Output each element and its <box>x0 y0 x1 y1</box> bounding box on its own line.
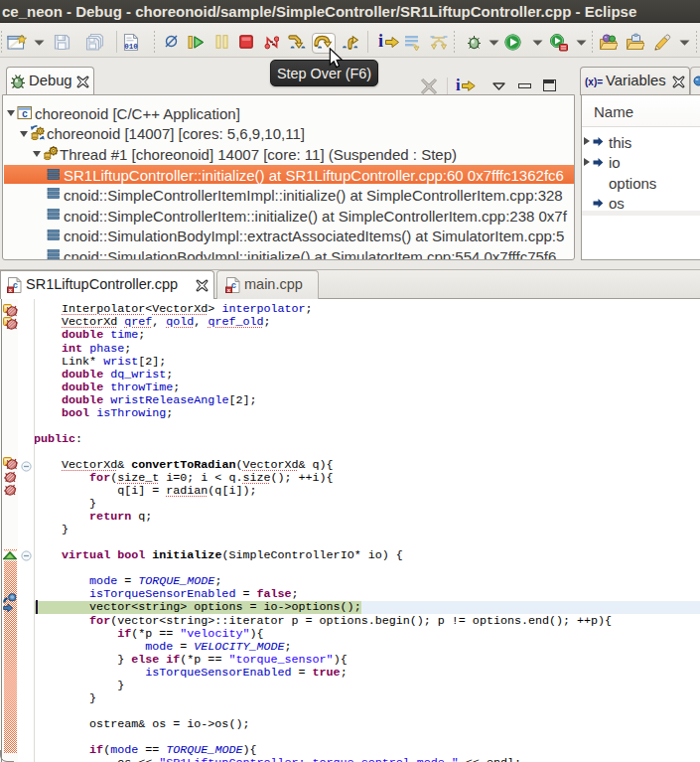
svg-text:c: c <box>22 109 28 120</box>
svg-text:010: 010 <box>124 43 138 51</box>
